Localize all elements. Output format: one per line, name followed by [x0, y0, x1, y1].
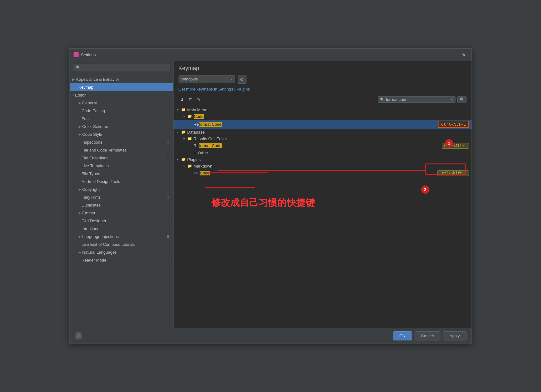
sidebar-item-label: Emmet — [82, 211, 95, 215]
sidebar-item-file-code-templates[interactable]: File and Code Templates — [70, 146, 173, 154]
sidebar-item-label: Font — [82, 116, 90, 121]
sidebar-item-label: Code Style — [82, 132, 102, 137]
keymap-search-input[interactable] — [386, 97, 449, 102]
get-more-keymaps-link[interactable]: Get more keymaps in Settings | Plugins — [179, 87, 250, 91]
folder-icon-main-menu: 📁 — [181, 108, 186, 112]
find-by-shortcut-button[interactable]: 🔍 — [457, 96, 466, 103]
sidebar-item-live-edit-compose[interactable]: Live Edit of Compose Literals — [70, 240, 173, 248]
sidebar-item-label: Language Injections — [82, 234, 119, 239]
tree-label-other: Other — [198, 151, 469, 155]
sidebar-item-live-templates[interactable]: Live Templates — [70, 162, 173, 170]
tree-row-code-folder[interactable]: ▾ 📁 Code — [174, 113, 472, 120]
highlight-format-code-2: format Code — [199, 143, 222, 148]
sidebar-item-gui-designer[interactable]: GUI Designer ⊞ — [70, 217, 173, 225]
folder-icon-results-cell-editor: 📁 — [187, 136, 192, 141]
language-injections-badge: ⊞ — [167, 235, 169, 239]
sidebar-item-label: Color Scheme — [82, 124, 108, 129]
help-button[interactable]: ? — [75, 332, 82, 340]
toolbar: ⇊ ⇈ ✎ 🔍 ✕ 🔍 — [174, 94, 472, 105]
cancel-button[interactable]: Cancel — [415, 331, 440, 340]
tree-row-plugins[interactable]: ▾ 📁 Plugins — [174, 156, 472, 163]
gear-button[interactable]: ⚙ — [238, 75, 246, 84]
keymap-dropdown-wrap: Windows macOS Linux Eclipse NetBeans Cus… — [179, 75, 235, 83]
tree-label-reformat-code: Reformat Code — [194, 122, 438, 127]
keymap-dropdown[interactable]: Windows macOS Linux Eclipse NetBeans Cus… — [179, 75, 235, 83]
reader-mode-badge: ⊞ — [167, 258, 169, 262]
sidebar-item-label: Android Design Tools — [82, 179, 120, 184]
sidebar-item-general[interactable]: ▶ General — [70, 99, 173, 107]
sidebar-item-natural-languages[interactable]: ▶ Natural Languages — [70, 248, 173, 256]
search-clear-button[interactable]: ✕ — [450, 97, 453, 102]
sidebar-list: ▶ Appearance & Behavior Keymap ▾ Editor … — [70, 74, 173, 328]
folder-icon-markdown: 📁 — [187, 164, 192, 168]
sidebar-item-emmet[interactable]: ▶ Emmet — [70, 209, 173, 217]
tree-label-code: Code — [194, 114, 469, 119]
panel-title: Keymap — [179, 65, 466, 72]
expand-all-button[interactable]: ⇊ — [179, 96, 185, 103]
sidebar-item-code-editing[interactable]: Code Editing — [70, 107, 173, 115]
expand-results-cell-editor-icon: ▾ — [182, 137, 186, 141]
tree-row-code-markdown[interactable]: <> Code Ctrl+Shift+C — [174, 169, 472, 177]
inlay-hints-badge: ⊞ — [167, 195, 169, 199]
folder-icon-database: 📁 — [181, 130, 186, 134]
sidebar-item-label: Reader Mode — [82, 258, 107, 262]
collapse-all-button[interactable]: ⇈ — [187, 96, 194, 103]
sidebar-item-language-injections[interactable]: ▶ Language Injections ⊞ — [70, 233, 173, 240]
sidebar-item-label: Live Edit of Compose Literals — [82, 242, 135, 247]
tree-label-code-markdown: Code — [200, 171, 437, 175]
sidebar-item-label: Keymap — [79, 85, 94, 90]
tree-row-markdown[interactable]: ▾ 📁 Markdown — [174, 163, 472, 169]
sidebar-item-label: Copyright — [82, 187, 100, 192]
dialog-title: Settings — [81, 52, 460, 57]
tree-row-reformat-code[interactable]: Reformat Code Ctrl+Alt+L — [174, 120, 472, 129]
sidebar-item-appearance[interactable]: ▶ Appearance & Behavior — [70, 75, 173, 83]
sidebar-item-label: File and Code Templates — [82, 148, 127, 152]
sidebar-item-keymap[interactable]: Keymap — [70, 83, 173, 91]
tree-label-plugins: Plugins — [187, 157, 469, 162]
tree-row-main-menu[interactable]: ▾ 📁 Main Menu — [174, 107, 472, 113]
ok-button[interactable]: OK — [393, 331, 412, 340]
sidebar-item-label: Live Templates — [82, 163, 109, 168]
highlight-format-code-1: format Code — [199, 122, 222, 127]
tree-row-database[interactable]: ▾ 📁 Database — [174, 129, 472, 135]
sidebar-item-editor[interactable]: ▾ Editor — [70, 91, 173, 99]
keymap-tree: ▾ 📁 Main Menu ▾ 📁 Code Reformat Code — [174, 105, 472, 328]
folder-icon-plugins: 📁 — [181, 157, 186, 162]
sidebar-item-code-style[interactable]: ▶ Code Style — [70, 130, 173, 138]
sidebar-item-file-types[interactable]: File Types — [70, 170, 173, 178]
sidebar-item-inlay-hints[interactable]: Inlay Hints ⊞ — [70, 193, 173, 201]
folder-icon-other: ⊞ — [194, 151, 196, 155]
expand-icon-language-injections: ▶ — [79, 235, 81, 238]
sidebar-item-font[interactable]: Font — [70, 115, 173, 123]
edit-shortcut-button[interactable]: ✎ — [196, 96, 202, 103]
expand-icon-natural-languages: ▶ — [79, 251, 81, 254]
tree-label-results-cell-editor: Results Cell Editor — [194, 136, 469, 141]
sidebar-item-color-scheme[interactable]: ▶ Color Scheme — [70, 123, 173, 130]
sidebar-item-file-encodings[interactable]: File Encodings ⊞ — [70, 154, 173, 162]
sidebar-item-intentions[interactable]: Intentions — [70, 225, 173, 233]
keymap-controls: Windows macOS Linux Eclipse NetBeans Cus… — [179, 75, 466, 84]
search-wrap: 🔍 ✕ — [378, 96, 455, 103]
apply-button[interactable]: Apply — [443, 331, 466, 340]
sidebar-item-reader-mode[interactable]: Reader Mode ⊞ — [70, 256, 173, 264]
title-bar: Settings ✕ — [70, 49, 472, 61]
main-content: ▶ Appearance & Behavior Keymap ▾ Editor … — [70, 61, 472, 328]
sidebar-item-duplicates[interactable]: Duplicates — [70, 201, 173, 209]
sidebar-item-inspections[interactable]: Inspections ⊞ — [70, 138, 173, 146]
folder-icon-code: 📁 — [187, 114, 192, 119]
close-button[interactable]: ✕ — [460, 51, 468, 58]
tree-label-database: Database — [187, 130, 469, 135]
expand-database-icon: ▾ — [176, 130, 180, 134]
tree-row-results-cell-editor[interactable]: ▾ 📁 Results Cell Editor — [174, 135, 472, 142]
tree-label-main-menu: Main Menu — [187, 108, 469, 112]
expand-icon-color-scheme: ▶ — [79, 125, 81, 128]
expand-markdown-icon: ▾ — [182, 164, 186, 168]
sidebar-item-android-design-tools[interactable]: Android Design Tools — [70, 178, 173, 185]
tree-row-reformat-code-2[interactable]: Reformat Code Ctrl+Alt+L — [174, 142, 472, 150]
sidebar-item-copyright[interactable]: ▶ Copyright — [70, 185, 173, 193]
sidebar-search-input[interactable] — [73, 64, 170, 71]
bottom-bar: ? OK Cancel Apply — [70, 328, 472, 344]
expand-icon-general: ▶ — [79, 101, 81, 105]
tree-row-other[interactable]: ⊞ Other — [174, 150, 472, 156]
app-icon — [74, 52, 79, 57]
